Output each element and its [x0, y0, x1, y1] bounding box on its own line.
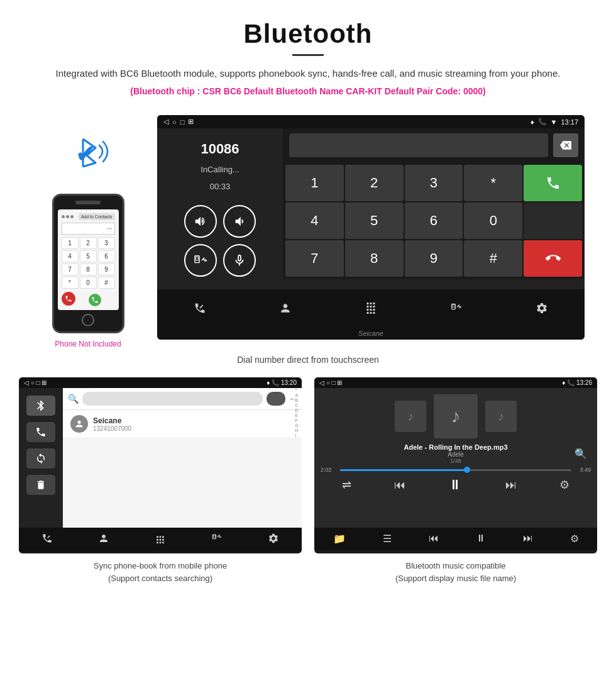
pb-system-icons: ♦ 📞 13:20: [267, 379, 297, 386]
music-content: ♪ ♪ ♪ Adele - Rolling In the Deep.mp3 Ad…: [314, 388, 597, 528]
music-system-icons: ♦ 📞 13:26: [562, 379, 592, 386]
music-bottom-play-icon[interactable]: ⏸: [476, 533, 486, 545]
red-call-icon: [546, 251, 561, 266]
music-track-count: 1/48: [404, 458, 507, 464]
bluetooth-specs: (Bluetooth chip : CSR BC6 Default Blueto…: [13, 86, 603, 96]
phone-sidebar-icon[interactable]: [26, 422, 55, 442]
numpad-call-button[interactable]: [524, 165, 582, 201]
pb-contact-info: Seicane 13241007000: [93, 416, 131, 432]
music-bottom-next-icon[interactable]: ⏭: [523, 533, 533, 545]
svg-rect-5: [453, 305, 454, 308]
numpad-key-hash[interactable]: #: [464, 240, 522, 277]
numpad-key-7[interactable]: 7: [285, 240, 344, 277]
numpad-key-6[interactable]: 6: [405, 203, 463, 239]
numpad-key-8[interactable]: 8: [345, 240, 404, 277]
key-2: 2: [80, 237, 97, 249]
music-screenshot: ◁ ○ □ ⊞ ♦ 📞 13:26 ♪ ♪ ♪: [314, 377, 597, 553]
bottom-contacts-icon[interactable]: [273, 296, 298, 321]
volume-up-button[interactable]: [184, 205, 217, 238]
key-6: 6: [98, 250, 115, 262]
key-3: 3: [98, 237, 115, 249]
dial-number: 10086: [201, 141, 239, 157]
music-equalizer-button[interactable]: ⚙: [559, 478, 569, 492]
numpad-key-4[interactable]: 4: [285, 203, 344, 239]
phone-mockup: Add to Contacts ··· 1 2 3 4 5 6 7 8 9 * …: [52, 194, 124, 333]
sync-sidebar-icon[interactable]: [26, 448, 55, 469]
phone-call-btn: [89, 294, 101, 306]
music-bottom-prev-icon[interactable]: ⏮: [429, 533, 439, 545]
dial-input-field[interactable]: [289, 133, 548, 157]
phone-speaker: [75, 201, 101, 204]
pb-bottom-settings-icon[interactable]: [268, 533, 279, 547]
key-star: *: [62, 277, 79, 289]
volume-down-button[interactable]: [223, 205, 256, 238]
top-section: ✔ Add to Contacts: [0, 115, 616, 348]
music-search-icon[interactable]: 🔍: [575, 448, 587, 460]
pb-bottom-contacts-icon[interactable]: [98, 533, 109, 547]
pb-contact-row[interactable]: Seicane 13241007000: [63, 410, 302, 438]
numpad-key-3[interactable]: 3: [405, 165, 463, 201]
bottom-dialpad-icon[interactable]: [358, 296, 383, 321]
mute-button[interactable]: [223, 244, 256, 277]
numpad-key-empty1: [524, 203, 582, 239]
phone-screen-top-bar: Add to Contacts: [62, 213, 115, 220]
key-0: 0: [80, 277, 97, 289]
pb-bottom-transfer-icon[interactable]: [211, 533, 223, 547]
music-bottom-list-icon[interactable]: ☰: [383, 533, 392, 545]
key-5: 5: [80, 250, 97, 262]
music-next-button[interactable]: ⏭: [505, 479, 517, 492]
delete-sidebar-icon[interactable]: [26, 475, 55, 495]
green-call-icon: [546, 175, 561, 191]
music-progress-dot: [464, 467, 470, 473]
key-9: 9: [98, 264, 115, 275]
numpad-key-1[interactable]: 1: [285, 165, 344, 201]
bt-sidebar-icon[interactable]: [26, 396, 55, 416]
music-bottom-folder-icon[interactable]: 📁: [333, 533, 346, 545]
bluetooth-icon-area: ✔: [63, 134, 113, 184]
bottom-transfer-icon[interactable]: [444, 296, 469, 321]
dial-status-text: InCalling...: [201, 165, 239, 174]
numpad-key-2[interactable]: 2: [345, 165, 404, 201]
dialpad-icon: [365, 302, 377, 314]
call-status-icon: 📞: [538, 118, 547, 126]
numpad-key-star[interactable]: *: [464, 165, 522, 201]
pb-bottom-dialpad-icon[interactable]: [155, 533, 166, 547]
transfer-call-button[interactable]: [184, 244, 217, 277]
delete-icon: [35, 479, 47, 491]
recent-nav-icon: □: [180, 118, 185, 126]
pb-content: 🔍 ← Seicane 13241007000: [19, 388, 302, 528]
numpad-key-5[interactable]: 5: [345, 203, 404, 239]
music-time-row: 2:02 3:49: [321, 467, 591, 473]
phone-illustration: ✔ Add to Contacts: [31, 115, 145, 348]
dial-content: 10086 InCalling... 00:33: [157, 128, 585, 289]
pb-search-input[interactable]: [82, 392, 263, 406]
svg-rect-8: [213, 535, 215, 537]
bottom-settings-icon[interactable]: [529, 296, 554, 321]
clock-display: 13:17: [561, 118, 578, 126]
numpad-grid: 1 2 3 * 4 5 6 0 7 8 9 #: [283, 162, 585, 279]
numpad-key-0[interactable]: 0: [464, 203, 522, 239]
numpad-end-button[interactable]: [524, 240, 582, 277]
pb-bottom-calls-icon[interactable]: [41, 533, 53, 547]
numpad-key-9[interactable]: 9: [405, 240, 463, 277]
avatar-icon: [74, 419, 84, 429]
dial-delete-button[interactable]: [553, 133, 578, 157]
pb-status-bar: ◁ ○ □ ⊞ ♦ 📞 13:20: [19, 377, 302, 388]
music-progress-bar[interactable]: [340, 469, 571, 471]
music-shuffle-button[interactable]: ⇌: [342, 478, 351, 492]
search-thumb: [267, 392, 285, 406]
music-play-pause-button[interactable]: ⏸: [448, 477, 462, 493]
svg-rect-3: [196, 257, 199, 261]
dial-input-row: [283, 128, 585, 162]
bottom-calls-icon[interactable]: [187, 296, 212, 321]
music-bottom-settings-icon[interactable]: ⚙: [570, 533, 579, 545]
phonebook-item: ◁ ○ □ ⊞ ♦ 📞 13:20: [19, 377, 302, 584]
key-4: 4: [62, 250, 79, 262]
music-controls-row: ⇌ ⏮ ⏸ ⏭ ⚙: [321, 477, 591, 493]
music-nav-icons: ◁ ○ □ ⊞: [319, 379, 342, 386]
location-icon: ♦: [531, 118, 534, 126]
pb-main: 🔍 ← Seicane 13241007000: [63, 388, 302, 528]
key-hash: #: [98, 277, 115, 289]
music-prev-button[interactable]: ⏮: [394, 479, 405, 492]
title-divider: [292, 54, 324, 56]
